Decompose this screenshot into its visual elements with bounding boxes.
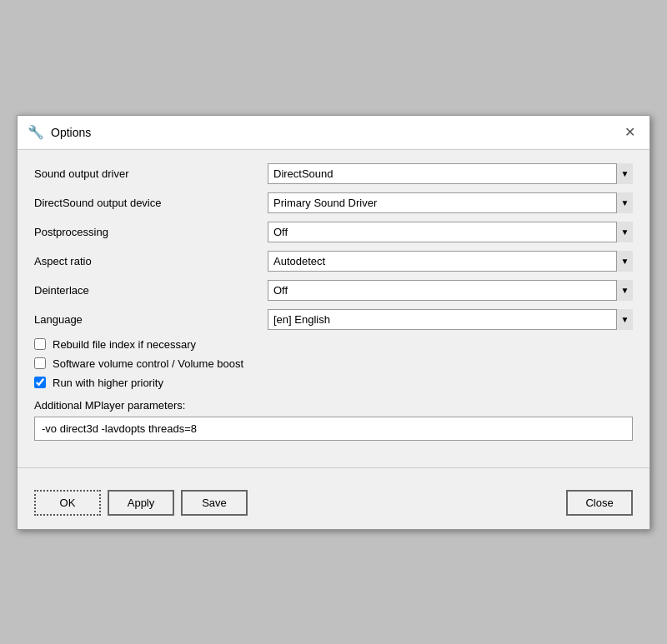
deinterlace-control: Off On Auto ▼	[268, 280, 633, 301]
language-label: Language	[34, 313, 268, 326]
ok-button[interactable]: OK	[34, 490, 101, 516]
close-button[interactable]: Close	[566, 490, 633, 516]
rebuild-index-checkbox[interactable]	[34, 338, 46, 350]
language-select[interactable]: [en] English [de] German [fr] French [es…	[268, 309, 633, 330]
postprocessing-row: Postprocessing Off Low Medium High ▼	[34, 222, 633, 242]
directsound-output-device-label: DirectSound output device	[34, 197, 268, 209]
form-content: Sound output driver DirectSound WaveOut …	[18, 150, 649, 454]
aspect-ratio-select[interactable]: Autodetect 4:3 16:9 16:10	[268, 251, 633, 272]
checkboxes-section: Rebuild file index if necessary Software…	[34, 338, 633, 389]
aspect-ratio-control: Autodetect 4:3 16:9 16:10 ▼	[268, 251, 633, 272]
rebuild-index-row: Rebuild file index if necessary	[34, 338, 633, 351]
directsound-output-device-row: DirectSound output device Primary Sound …	[34, 192, 633, 213]
apply-button[interactable]: Apply	[108, 490, 174, 516]
higher-priority-label[interactable]: Run with higher priority	[53, 377, 163, 389]
wrench-icon: 🔧	[28, 124, 44, 140]
deinterlace-row: Deinterlace Off On Auto ▼	[34, 280, 633, 301]
sound-output-driver-row: Sound output driver DirectSound WaveOut …	[34, 163, 633, 184]
divider	[18, 467, 649, 468]
title-bar: 🔧 Options ✕	[18, 116, 649, 150]
postprocessing-control: Off Low Medium High ▼	[268, 222, 633, 242]
software-volume-row: Software volume control / Volume boost	[34, 357, 633, 370]
directsound-output-device-control: Primary Sound Driver Speakers Headphones…	[268, 192, 633, 213]
aspect-ratio-row: Aspect ratio Autodetect 4:3 16:9 16:10 ▼	[34, 251, 633, 272]
sound-output-driver-control: DirectSound WaveOut OpenAL ▼	[268, 163, 633, 184]
title-bar-left: 🔧 Options	[28, 124, 91, 140]
higher-priority-checkbox[interactable]	[34, 377, 46, 388]
deinterlace-select[interactable]: Off On Auto	[268, 280, 633, 301]
postprocessing-label: Postprocessing	[34, 226, 268, 238]
additional-params-input[interactable]	[34, 417, 633, 441]
save-button[interactable]: Save	[181, 490, 248, 516]
higher-priority-row: Run with higher priority	[34, 377, 633, 389]
software-volume-checkbox[interactable]	[34, 357, 46, 369]
postprocessing-select[interactable]: Off Low Medium High	[268, 222, 633, 242]
aspect-ratio-label: Aspect ratio	[34, 255, 268, 267]
deinterlace-label: Deinterlace	[34, 284, 268, 297]
options-dialog: 🔧 Options ✕ Sound output driver DirectSo…	[17, 115, 650, 530]
close-window-button[interactable]: ✕	[619, 122, 639, 142]
sound-output-driver-select[interactable]: DirectSound WaveOut OpenAL	[268, 163, 633, 184]
language-row: Language [en] English [de] German [fr] F…	[34, 309, 633, 330]
button-row: OK Apply Save Close	[18, 482, 649, 529]
additional-params-label: Additional MPlayer parameters:	[34, 399, 633, 412]
language-control: [en] English [de] German [fr] French [es…	[268, 309, 633, 330]
sound-output-driver-label: Sound output driver	[34, 167, 268, 180]
software-volume-label[interactable]: Software volume control / Volume boost	[53, 357, 243, 370]
directsound-output-device-select[interactable]: Primary Sound Driver Speakers Headphones	[268, 192, 633, 213]
additional-params-section: Additional MPlayer parameters:	[34, 399, 633, 441]
rebuild-index-label[interactable]: Rebuild file index if necessary	[53, 338, 196, 351]
dialog-title: Options	[51, 126, 91, 139]
